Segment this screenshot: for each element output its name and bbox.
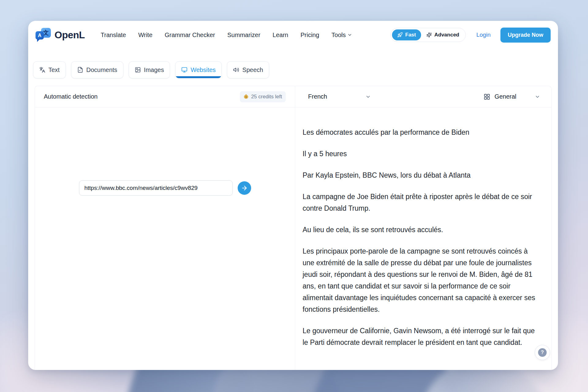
tab-text[interactable]: Text [33, 61, 66, 78]
sparkles-icon [426, 32, 432, 38]
nav-item-grammar-checker[interactable]: Grammar Checker [165, 32, 215, 39]
target-header: French General [295, 86, 551, 107]
upgrade-now-button[interactable]: Upgrade Now [500, 28, 551, 43]
chevron-down-icon [347, 32, 352, 37]
translate-url-button[interactable] [238, 181, 251, 195]
source-body [35, 107, 295, 370]
main-nav: Translate Write Grammar Checker Summariz… [101, 32, 352, 39]
logo-bubble-tail [37, 39, 40, 42]
chevron-down-icon [365, 94, 371, 100]
nav-item-write[interactable]: Write [138, 32, 152, 39]
brand-logo[interactable]: 文 A OpenL [36, 28, 85, 42]
tab-documents[interactable]: Documents [71, 61, 123, 78]
tab-images[interactable]: Images [129, 61, 170, 78]
chevron-down-icon [535, 94, 540, 100]
translate-logo-icon: 文 A [36, 28, 51, 42]
nav-item-tools[interactable]: Tools [331, 32, 352, 39]
help-button[interactable]: ? [535, 345, 550, 360]
nav-item-translate[interactable]: Translate [101, 32, 126, 39]
mode-fast-label: Fast [405, 32, 416, 38]
monitor-icon [181, 67, 187, 73]
mode-advanced-button[interactable]: Advanced [421, 29, 464, 40]
tab-websites-label: Websites [190, 66, 216, 74]
logo-a-bubble: A [36, 31, 44, 40]
credits-badge[interactable]: $ 25 credits left [240, 91, 286, 102]
login-link[interactable]: Login [476, 32, 491, 38]
source-header: Automatic detection $ 25 credits left [35, 86, 295, 107]
topbar-right: Fast Advanced Login Upgrade Now [390, 28, 551, 43]
image-icon [135, 67, 141, 73]
translation-style-selector[interactable]: General [484, 93, 540, 100]
credits-badge-label: 25 credits left [251, 94, 282, 100]
target-language-value: French [308, 93, 327, 100]
document-icon [77, 67, 83, 73]
tab-images-label: Images [144, 66, 164, 74]
mode-fast-button[interactable]: Fast [392, 29, 421, 40]
mode-advanced-label: Advanced [434, 32, 459, 38]
translated-paragraph: Au lieu de cela, ils se sont retrouvés a… [303, 224, 541, 236]
nav-item-summarizer[interactable]: Summarizer [227, 32, 260, 39]
url-entry-row [79, 180, 251, 196]
translated-paragraph: Les principaux porte-parole de la campag… [303, 245, 541, 315]
translated-text: Les démocrates acculés par la performanc… [295, 107, 551, 370]
translated-paragraph: Par Kayla Epstein, BBC News, lors du déb… [303, 169, 541, 181]
translation-mode-tabs: Text Documents Images Websites Speech [33, 61, 269, 78]
translated-paragraph: Le gouverneur de Californie, Gavin Newso… [303, 325, 541, 348]
mode-toggle: Fast Advanced [390, 28, 466, 42]
nav-tools-label: Tools [331, 32, 346, 39]
speaker-icon [233, 67, 239, 73]
translated-paragraph: La campagne de Joe Biden était prête à r… [303, 191, 541, 214]
money-bag-icon: $ [243, 94, 249, 99]
question-mark-icon: ? [538, 348, 547, 357]
brand-name: OpenL [55, 29, 85, 41]
tab-speech[interactable]: Speech [227, 61, 269, 78]
app-card: 文 A OpenL Translate Write Grammar Checke… [28, 21, 558, 370]
svg-text:$: $ [245, 96, 247, 98]
source-language-selector[interactable]: Automatic detection [44, 93, 98, 100]
target-language-selector[interactable]: French [308, 93, 371, 100]
translation-panel: Automatic detection $ 25 credits left [35, 86, 552, 370]
tab-text-label: Text [48, 66, 60, 74]
translated-paragraph: Il y a 5 heures [303, 148, 541, 160]
source-column: Automatic detection $ 25 credits left [35, 86, 295, 370]
tab-speech-label: Speech [242, 66, 263, 74]
website-url-input[interactable] [79, 180, 233, 196]
nav-item-learn[interactable]: Learn [273, 32, 288, 39]
tab-websites[interactable]: Websites [175, 61, 222, 78]
grid-icon [484, 93, 490, 100]
translated-paragraph: Les démocrates acculés par la performanc… [303, 126, 541, 138]
target-column: French General Les démocrates acculés pa… [295, 86, 551, 370]
translation-style-value: General [495, 93, 516, 100]
nav-item-pricing[interactable]: Pricing [300, 32, 319, 39]
tab-documents-label: Documents [86, 66, 117, 74]
top-navigation-bar: 文 A OpenL Translate Write Grammar Checke… [36, 27, 551, 43]
arrow-right-icon [241, 185, 248, 191]
languages-icon [39, 67, 45, 73]
rocket-icon [397, 32, 403, 38]
